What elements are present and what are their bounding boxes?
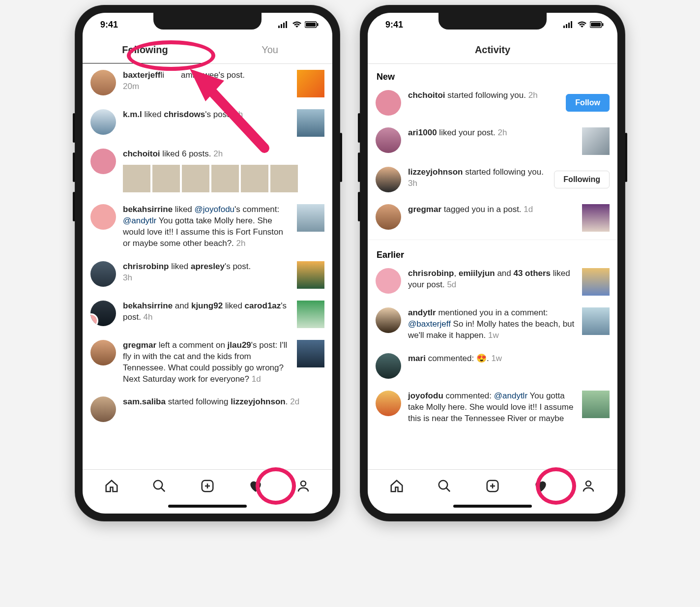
- status-time: 9:41: [100, 20, 118, 30]
- post-thumb[interactable]: [297, 340, 324, 367]
- post-thumb[interactable]: [582, 127, 610, 155]
- svg-point-27: [586, 481, 591, 486]
- activity-row[interactable]: k.m.l liked chrisdows's post. 1h: [83, 103, 332, 143]
- tab-you[interactable]: You: [207, 36, 332, 63]
- phone-left: 9:41 Following You baxterjefflixxxxamiay…: [75, 5, 340, 521]
- svg-rect-17: [568, 23, 570, 28]
- home-icon: [104, 479, 119, 493]
- svg-rect-21: [602, 23, 604, 26]
- avatar[interactable]: [376, 204, 401, 230]
- section-earlier: Earlier: [368, 242, 617, 262]
- activity-row[interactable]: sam.saliba started following lizzeyjohns…: [83, 391, 332, 428]
- avatar[interactable]: [90, 340, 116, 365]
- activity-text: sam.saliba started following lizzeyjohns…: [123, 396, 324, 408]
- activity-row[interactable]: gregmar left a comment on jlau29's post:…: [83, 334, 332, 391]
- section-divider: [368, 240, 617, 240]
- activity-row[interactable]: andytlr mentioned you in a comment: @bax…: [368, 302, 617, 347]
- post-thumb[interactable]: [297, 109, 324, 137]
- avatar[interactable]: [376, 353, 401, 379]
- nav-profile[interactable]: [578, 475, 599, 497]
- nav-search[interactable]: [148, 475, 170, 497]
- screen-left: 9:41 Following You baxterjefflixxxxamiay…: [83, 13, 332, 514]
- avatar[interactable]: [376, 268, 401, 294]
- activity-text: gregmar tagged you in a post. 1d: [408, 204, 575, 215]
- post-thumb[interactable]: [297, 70, 324, 97]
- avatar[interactable]: [90, 396, 116, 422]
- activity-row[interactable]: bekahsirrine liked @joyofodu's comment: …: [83, 198, 332, 255]
- avatar[interactable]: [376, 307, 401, 333]
- avatar[interactable]: [90, 70, 116, 95]
- cellular-icon: [278, 21, 289, 28]
- post-thumb[interactable]: [123, 165, 150, 192]
- following-feed[interactable]: baxterjefflixxxxamiaywee's post. 20m k.m…: [83, 64, 332, 469]
- avatar[interactable]: [90, 109, 116, 135]
- home-indicator: [83, 502, 332, 514]
- post-thumb[interactable]: [211, 165, 239, 192]
- activity-text: bekahsirrine and kjung92 liked carod1az'…: [123, 301, 290, 323]
- activity-row[interactable]: chrisrobinp, emiilyjun and 43 others lik…: [368, 262, 617, 302]
- avatar[interactable]: [90, 149, 116, 174]
- nav-search[interactable]: [434, 475, 455, 497]
- post-thumb[interactable]: [582, 391, 610, 418]
- post-thumb[interactable]: [270, 165, 298, 192]
- avatar[interactable]: [90, 204, 116, 230]
- activity-feed[interactable]: New chchoitoi started following you. 2h …: [368, 64, 617, 469]
- avatar[interactable]: [90, 261, 116, 287]
- avatar[interactable]: [90, 301, 116, 326]
- nav-activity[interactable]: [530, 475, 552, 497]
- status-icons: [563, 21, 604, 28]
- wifi-icon: [292, 21, 302, 28]
- avatar[interactable]: [376, 90, 401, 116]
- title-header: Activity: [368, 36, 617, 64]
- post-thumb[interactable]: [241, 165, 268, 192]
- avatar[interactable]: [376, 167, 401, 192]
- activity-row[interactable]: ari1000 liked your post. 2h: [368, 121, 617, 161]
- svg-line-8: [161, 487, 165, 491]
- activity-text: k.m.l liked chrisdows's post. 1h: [123, 109, 290, 121]
- post-thumb[interactable]: [182, 165, 209, 192]
- nav-home[interactable]: [386, 475, 408, 497]
- activity-row[interactable]: joyofodu commented: @andytlr You gotta t…: [368, 385, 617, 430]
- post-thumb[interactable]: [582, 204, 610, 232]
- activity-row[interactable]: chchoitoi started following you. 2h Foll…: [368, 84, 617, 121]
- activity-row[interactable]: chchoitoi liked 6 posts. 2h: [83, 143, 332, 198]
- bottom-nav: [83, 469, 332, 502]
- tab-you-label: You: [262, 44, 278, 56]
- page-title: Activity: [475, 44, 510, 56]
- post-thumb[interactable]: [582, 268, 610, 296]
- activity-row[interactable]: mari commented: 😍. 1w: [368, 347, 617, 385]
- nav-create[interactable]: [482, 475, 503, 497]
- svg-line-23: [446, 487, 450, 491]
- activity-row[interactable]: bekahsirrine and kjung92 liked carod1az'…: [83, 295, 332, 334]
- screen-right: 9:41 Activity New chchoitoi started foll…: [368, 13, 617, 514]
- cellular-icon: [563, 21, 574, 28]
- battery-icon: [305, 21, 319, 28]
- post-thumb[interactable]: [582, 307, 610, 335]
- tab-following[interactable]: Following: [83, 36, 207, 63]
- search-icon: [152, 479, 167, 493]
- svg-rect-20: [591, 23, 601, 27]
- heart-icon: [533, 478, 549, 494]
- nav-home[interactable]: [101, 475, 122, 497]
- activity-row[interactable]: lizzeyjohnson started following you. 3h …: [368, 161, 617, 198]
- activity-row[interactable]: gregmar tagged you in a post. 1d: [368, 198, 617, 238]
- svg-rect-6: [317, 23, 319, 26]
- activity-row[interactable]: chrisrobinp liked apresley's post. 3h: [83, 255, 332, 295]
- following-button[interactable]: Following: [554, 171, 610, 188]
- avatar[interactable]: [376, 127, 401, 153]
- nav-profile[interactable]: [292, 475, 314, 497]
- avatar[interactable]: [376, 391, 401, 416]
- svg-point-22: [439, 480, 448, 489]
- post-thumb-grid: [123, 165, 324, 192]
- post-thumb[interactable]: [297, 301, 324, 328]
- follow-button[interactable]: Follow: [566, 94, 610, 112]
- activity-text: baxterjefflixxxxamiaywee's post. 20m: [123, 70, 290, 92]
- search-icon: [437, 479, 452, 493]
- activity-row[interactable]: baxterjefflixxxxamiaywee's post. 20m: [83, 64, 332, 103]
- post-thumb[interactable]: [152, 165, 180, 192]
- battery-icon: [590, 21, 604, 28]
- post-thumb[interactable]: [297, 261, 324, 289]
- nav-activity[interactable]: [245, 475, 266, 497]
- nav-create[interactable]: [197, 475, 218, 497]
- post-thumb[interactable]: [297, 204, 324, 232]
